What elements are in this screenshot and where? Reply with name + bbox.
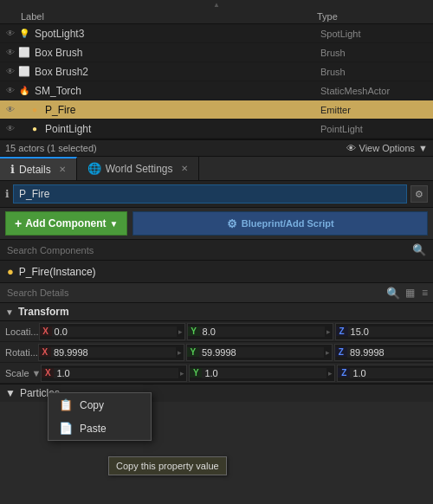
visibility-icon-pointlight[interactable]: 👁	[3, 122, 17, 136]
scale-label: Scale ▼	[5, 368, 41, 378]
rotation-y-field: Y ▸	[186, 344, 333, 361]
add-component-label: Add Component	[25, 217, 106, 229]
location-y-arrow: ▸	[325, 327, 333, 336]
scale-y-input[interactable]	[202, 368, 326, 378]
location-z-label: Z	[336, 326, 348, 336]
chevron-down-icon: ▼	[418, 143, 428, 153]
rotation-y-arrow: ▸	[324, 348, 332, 357]
rotation-y-label: Y	[187, 347, 199, 357]
context-menu-copy[interactable]: 📋 Copy	[48, 393, 151, 417]
actor-row-smtorch[interactable]: 👁 🔥 SM_Torch StaticMeshActor	[0, 81, 433, 100]
actor-row-pointlight[interactable]: 👁 ● PointLight PointLight	[0, 120, 433, 139]
actor-name-smtorch: SM_Torch	[35, 85, 320, 97]
scale-x-input[interactable]	[54, 368, 178, 378]
actor-list: Label Type 👁 💡 SpotLight3 SpotLight 👁 ⬜ …	[0, 10, 433, 139]
transform-expand-icon: ▼	[5, 307, 14, 317]
location-x-field: X ▸	[39, 323, 185, 340]
details-panel: ℹ ⚙ + Add Component ▼ ⚙ Blueprint/Add Sc…	[0, 181, 433, 402]
scale-z-label: Z	[338, 368, 350, 378]
actor-type-pfire: Emitter	[320, 105, 433, 115]
action-row: + Add Component ▼ ⚙ Blueprint/Add Script	[0, 208, 433, 240]
rotation-label: Rotati...	[5, 347, 38, 358]
transform-title: Transform	[18, 306, 69, 318]
scale-y-field: Y ▸	[189, 365, 335, 382]
blueprint-icon: ⚙	[227, 217, 237, 230]
actor-type-pointlight: PointLight	[320, 124, 433, 134]
scale-xyz-fields: X ▸ Y ▸ Z ▸	[41, 365, 433, 382]
tab-worldsettings-close[interactable]: ✕	[181, 164, 188, 173]
location-z-input[interactable]	[348, 326, 433, 337]
tab-details[interactable]: ℹ Details ✕	[0, 157, 77, 180]
copy-label: Copy	[80, 399, 104, 411]
transform-section-header[interactable]: ▼ Transform	[0, 303, 433, 321]
actor-row-pfire[interactable]: 👁 ● P_Fire Emitter	[0, 100, 433, 120]
actor-name-pfire: P_Fire	[45, 104, 320, 116]
location-row: Locati... X ▸ Y ▸ Z ▸ ↩	[0, 321, 433, 342]
visibility-icon-pfire[interactable]: 👁	[3, 103, 17, 117]
details-tab-icon: ℹ	[10, 163, 15, 176]
status-bar: 15 actors (1 selected) 👁 View Options ▼	[0, 139, 433, 157]
scale-x-field: X ▸	[41, 365, 187, 382]
scale-dropdown-icon[interactable]: ▼	[32, 368, 42, 378]
rotation-x-label: X	[39, 347, 51, 357]
context-menu-paste[interactable]: 📄 Paste	[48, 417, 151, 440]
plus-icon: +	[15, 216, 22, 230]
actor-icon-pointlight: ●	[28, 122, 42, 136]
add-component-button[interactable]: + Add Component ▼	[5, 211, 127, 236]
search-details-input[interactable]	[3, 285, 383, 300]
scale-z-input[interactable]	[350, 368, 433, 378]
actor-name-input[interactable]	[13, 184, 407, 204]
tab-details-close[interactable]: ✕	[59, 165, 66, 174]
rotation-z-label: Z	[335, 347, 347, 357]
worldsettings-tab-icon: 🌐	[87, 162, 101, 175]
actor-type-spotlight3: SpotLight	[320, 29, 433, 39]
name-cog-button[interactable]: ⚙	[410, 185, 428, 203]
name-row: ℹ ⚙	[0, 181, 433, 208]
grid-view-button[interactable]: ▦	[404, 285, 417, 300]
eye-icon: 👁	[346, 143, 356, 153]
visibility-icon-smtorch[interactable]: 👁	[3, 84, 17, 98]
scale-row: Scale ▼ X ▸ Y ▸ Z ▸ 🔒	[0, 363, 433, 384]
search-components-input[interactable]	[3, 242, 409, 258]
location-x-arrow: ▸	[177, 327, 184, 336]
actor-count: 15 actors (1 selected)	[5, 143, 97, 153]
blueprint-label: Blueprint/Add Script	[242, 218, 334, 229]
location-z-field: Z ▸	[335, 323, 433, 340]
location-x-input[interactable]	[52, 326, 177, 337]
visibility-icon-boxbrush2[interactable]: 👁	[3, 65, 17, 79]
scale-x-label: X	[42, 368, 54, 378]
actor-icon-pfire: ●	[28, 103, 42, 117]
col-type-header: Type	[317, 11, 430, 22]
search-components-button[interactable]: 🔍	[409, 242, 430, 258]
component-fire-icon: ●	[7, 265, 14, 278]
tab-worldsettings-label: World Settings	[106, 163, 173, 175]
actor-row-boxbrush1[interactable]: 👁 ⬜ Box Brush Brush	[0, 43, 433, 62]
dropdown-arrow-icon: ▼	[110, 219, 119, 229]
rotation-z-input[interactable]	[347, 347, 433, 358]
actor-type-boxbrush1: Brush	[320, 48, 433, 58]
search-details-row: 🔍 ▦ ≡	[0, 283, 433, 303]
actor-row-boxbrush2[interactable]: 👁 ⬜ Box Brush2 Brush	[0, 62, 433, 81]
scale-y-label: Y	[190, 368, 202, 378]
view-options-button[interactable]: 👁 View Options ▼	[346, 143, 429, 153]
visibility-icon-spotlight3[interactable]: 👁	[3, 27, 17, 41]
location-x-label: X	[40, 326, 52, 336]
visibility-icon-boxbrush1[interactable]: 👁	[3, 46, 17, 60]
location-y-input[interactable]	[200, 326, 325, 337]
tab-worldsettings[interactable]: 🌐 World Settings ✕	[77, 157, 199, 180]
location-y-label: Y	[188, 326, 200, 336]
component-instance-row[interactable]: ● P_Fire(Instance)	[0, 261, 433, 283]
scroll-top-indicator: ▲	[0, 0, 433, 10]
view-options-label: View Options	[359, 143, 416, 153]
copy-icon: 📋	[59, 398, 73, 411]
actor-type-boxbrush2: Brush	[320, 67, 433, 77]
location-label: Locati...	[5, 326, 39, 337]
filter-button[interactable]: ≡	[420, 285, 430, 300]
tab-details-label: Details	[19, 164, 51, 176]
search-details-icon[interactable]: 🔍	[386, 287, 400, 300]
rotation-x-input[interactable]	[51, 347, 176, 358]
actor-row-spotlight3[interactable]: 👁 💡 SpotLight3 SpotLight	[0, 24, 433, 43]
blueprint-button[interactable]: ⚙ Blueprint/Add Script	[132, 211, 428, 236]
location-xyz-fields: X ▸ Y ▸ Z ▸	[39, 323, 433, 340]
rotation-y-input[interactable]	[199, 347, 324, 358]
